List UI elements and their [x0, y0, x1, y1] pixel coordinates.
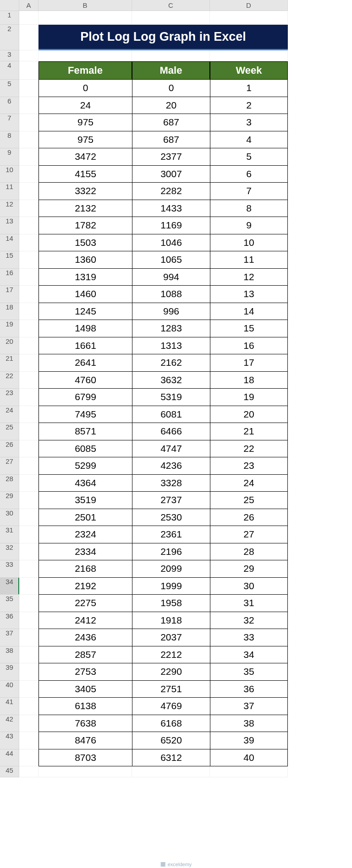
- table-cell[interactable]: 6138: [38, 698, 132, 715]
- cell[interactable]: [19, 61, 38, 80]
- cell[interactable]: [19, 612, 38, 629]
- table-cell[interactable]: 31: [210, 595, 288, 612]
- cell[interactable]: [19, 200, 38, 217]
- table-cell[interactable]: 1433: [132, 200, 210, 217]
- table-cell[interactable]: 6: [210, 166, 288, 183]
- table-cell[interactable]: 1088: [132, 286, 210, 303]
- table-header-male[interactable]: Male: [132, 61, 210, 80]
- col-header-d[interactable]: D: [210, 0, 288, 11]
- row-header[interactable]: 8: [0, 131, 19, 149]
- table-cell[interactable]: 20: [132, 97, 210, 114]
- row-header[interactable]: 11: [0, 183, 19, 200]
- table-cell[interactable]: 1169: [132, 217, 210, 234]
- table-cell[interactable]: 18: [210, 372, 288, 389]
- table-cell[interactable]: 27: [210, 526, 288, 543]
- row-header[interactable]: 26: [0, 440, 19, 458]
- table-cell[interactable]: 4769: [132, 698, 210, 715]
- table-cell[interactable]: 1661: [38, 337, 132, 355]
- table-cell[interactable]: 0: [132, 80, 210, 97]
- table-cell[interactable]: 6799: [38, 389, 132, 406]
- row-header[interactable]: 10: [0, 166, 19, 183]
- table-cell[interactable]: 36: [210, 681, 288, 698]
- table-cell[interactable]: 1360: [38, 251, 132, 269]
- table-header-female[interactable]: Female: [38, 61, 132, 80]
- table-cell[interactable]: 32: [210, 612, 288, 629]
- table-cell[interactable]: 29: [210, 560, 288, 578]
- table-cell[interactable]: 2282: [132, 183, 210, 200]
- table-cell[interactable]: 4760: [38, 372, 132, 389]
- table-cell[interactable]: 1313: [132, 337, 210, 355]
- table-cell[interactable]: 1283: [132, 320, 210, 337]
- cell[interactable]: [19, 629, 38, 646]
- table-cell[interactable]: 25: [210, 492, 288, 509]
- table-cell[interactable]: 2857: [38, 646, 132, 664]
- row-header[interactable]: 7: [0, 114, 19, 131]
- table-cell[interactable]: 6466: [132, 423, 210, 440]
- cell[interactable]: [19, 595, 38, 612]
- row-header[interactable]: 38: [0, 646, 19, 664]
- cell[interactable]: [19, 543, 38, 561]
- table-cell[interactable]: 22: [210, 440, 288, 458]
- table-cell[interactable]: 1999: [132, 578, 210, 595]
- table-cell[interactable]: 12: [210, 269, 288, 286]
- row-header[interactable]: 12: [0, 200, 19, 217]
- table-cell[interactable]: 4: [210, 131, 288, 149]
- table-header-week[interactable]: Week: [210, 61, 288, 80]
- table-cell[interactable]: 975: [38, 131, 132, 149]
- table-cell[interactable]: 6168: [132, 715, 210, 732]
- row-header[interactable]: 45: [0, 766, 19, 777]
- cell[interactable]: [19, 234, 38, 252]
- table-cell[interactable]: 38: [210, 715, 288, 732]
- cell[interactable]: [19, 732, 38, 749]
- table-cell[interactable]: 19: [210, 389, 288, 406]
- table-cell[interactable]: 2168: [38, 560, 132, 578]
- row-header[interactable]: 44: [0, 749, 19, 767]
- table-cell[interactable]: 9: [210, 217, 288, 234]
- table-cell[interactable]: 1460: [38, 286, 132, 303]
- col-header-a[interactable]: A: [19, 0, 38, 11]
- cell[interactable]: [19, 475, 38, 492]
- table-cell[interactable]: 2212: [132, 646, 210, 664]
- row-header[interactable]: 42: [0, 715, 19, 732]
- cell[interactable]: [19, 11, 38, 25]
- col-header-b[interactable]: B: [38, 0, 132, 11]
- row-header[interactable]: 3: [0, 50, 19, 61]
- table-cell[interactable]: 17: [210, 354, 288, 372]
- table-cell[interactable]: 40: [210, 749, 288, 767]
- cell[interactable]: [19, 166, 38, 183]
- cell[interactable]: [19, 389, 38, 406]
- cell[interactable]: [19, 749, 38, 767]
- row-header[interactable]: 15: [0, 251, 19, 269]
- table-cell[interactable]: 11: [210, 251, 288, 269]
- cell[interactable]: [19, 131, 38, 149]
- cell[interactable]: [19, 457, 38, 475]
- cell[interactable]: [19, 715, 38, 732]
- cell[interactable]: [38, 11, 132, 25]
- table-cell[interactable]: 8476: [38, 732, 132, 749]
- table-cell[interactable]: 2334: [38, 543, 132, 561]
- cell[interactable]: [19, 681, 38, 698]
- table-cell[interactable]: 2377: [132, 148, 210, 166]
- select-all-corner[interactable]: [0, 0, 19, 11]
- row-header[interactable]: 25: [0, 423, 19, 440]
- cell[interactable]: [19, 698, 38, 715]
- row-header[interactable]: 19: [0, 320, 19, 337]
- table-cell[interactable]: 2501: [38, 509, 132, 526]
- table-cell[interactable]: 2324: [38, 526, 132, 543]
- row-header[interactable]: 9: [0, 148, 19, 166]
- table-cell[interactable]: 30: [210, 578, 288, 595]
- row-header[interactable]: 24: [0, 406, 19, 423]
- table-cell[interactable]: 6081: [132, 406, 210, 423]
- table-cell[interactable]: 3: [210, 114, 288, 131]
- table-cell[interactable]: 996: [132, 303, 210, 320]
- row-header[interactable]: 13: [0, 217, 19, 234]
- table-cell[interactable]: 975: [38, 114, 132, 131]
- table-cell[interactable]: 3322: [38, 183, 132, 200]
- cell[interactable]: [19, 406, 38, 423]
- cell[interactable]: [19, 303, 38, 320]
- table-cell[interactable]: 2737: [132, 492, 210, 509]
- table-cell[interactable]: 1782: [38, 217, 132, 234]
- cell[interactable]: [19, 526, 38, 543]
- row-header[interactable]: 22: [0, 372, 19, 389]
- table-cell[interactable]: 34: [210, 646, 288, 664]
